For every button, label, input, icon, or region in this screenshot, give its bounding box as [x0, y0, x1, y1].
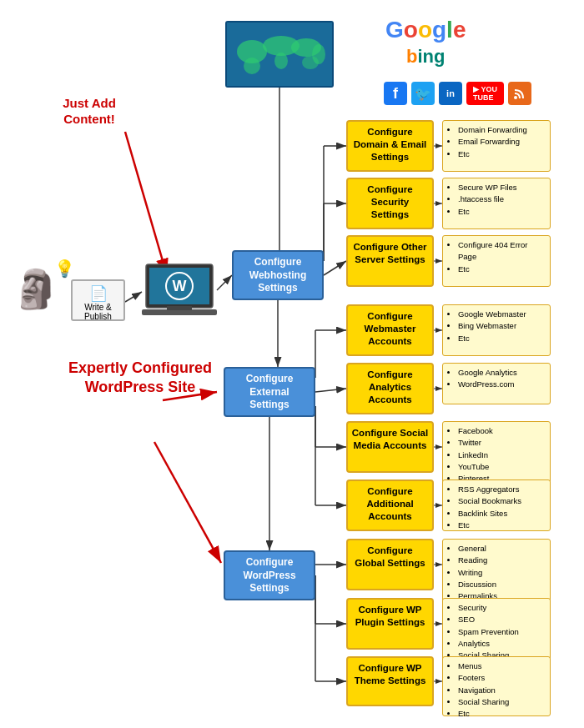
thinker-statue: 🗿 [13, 267, 59, 311]
world-map [225, 21, 334, 88]
domain-bullets: Domain Forwarding Email Forwarding Etc [442, 120, 551, 172]
global-bullets: General Reading Writing Discussion Perma… [442, 539, 551, 602]
svg-rect-13 [142, 309, 217, 315]
facebook-icon: f [384, 82, 407, 105]
just-add-content-text: Just Add Content! [52, 96, 127, 128]
webmaster-bullets: Google Webmaster Bing Webmaster Etc [442, 304, 551, 356]
write-publish-box: 📄 Write & Publish [71, 279, 125, 321]
other-server-bullets: Configure 404 Error Page Etc [442, 235, 551, 287]
wp-plugin-box: Configure WP Plugin Settings [346, 598, 434, 650]
social-icons-row: f 🐦 in ▶ YouTube [384, 82, 531, 105]
rss-icon [508, 82, 531, 105]
security-bullets: Secure WP Files .htaccess file Etc [442, 178, 551, 229]
social-media-bullets: Facebook Twitter LinkedIn YouTube Pinter… [442, 421, 551, 486]
svg-point-4 [274, 53, 288, 69]
svg-point-2 [244, 58, 260, 74]
social-media-box: Configure Social Media Accounts [346, 421, 434, 473]
additional-box: Configure Additional Accounts [346, 479, 434, 531]
global-box: Configure Global Settings [346, 539, 434, 590]
bing-logo: bing [406, 46, 445, 68]
youtube-icon: ▶ YouTube [466, 82, 504, 105]
analytics-box: Configure Analytics Accounts [346, 363, 434, 414]
webmaster-box: Configure Webmaster Accounts [346, 304, 434, 356]
additional-bullets: RSS Aggregators Social Bookmarks Backlin… [442, 479, 551, 531]
write-publish-label: Write & Publish [76, 303, 120, 321]
other-server-box: Configure Other Server Settings [346, 235, 434, 287]
twitter-icon: 🐦 [411, 82, 435, 105]
external-box: Configure External Settings [224, 367, 315, 417]
laptop-icon: W [142, 263, 217, 320]
svg-point-8 [514, 96, 517, 99]
expertly-configured-text: Expertly Configured WordPress Site [57, 359, 224, 396]
wp-theme-box: Configure WP Theme Settings [346, 656, 434, 706]
webhosting-box: Configure Webhosting Settings [232, 250, 324, 300]
document-icon: 📄 [76, 284, 120, 303]
analytics-bullets: Google Analytics WordPress.com [442, 363, 551, 404]
wp-plugin-bullets: Security SEO Spam Prevention Analytics S… [442, 598, 551, 663]
domain-email-box: Configure Domain & Email Settings [346, 120, 434, 172]
security-box: Configure Security Settings [346, 178, 434, 229]
linkedin-icon: in [439, 82, 462, 105]
wp-theme-bullets: Menus Footers Navigation Social Sharing … [442, 656, 551, 716]
svg-point-7 [312, 44, 325, 64]
svg-rect-14 [167, 306, 192, 310]
lightbulb-icon: 💡 [54, 259, 75, 279]
svg-text:W: W [173, 278, 187, 294]
google-logo: Google span.g-blue { color:#4285F4; font… [385, 17, 466, 43]
wordpress-box: Configure WordPress Settings [224, 550, 315, 600]
